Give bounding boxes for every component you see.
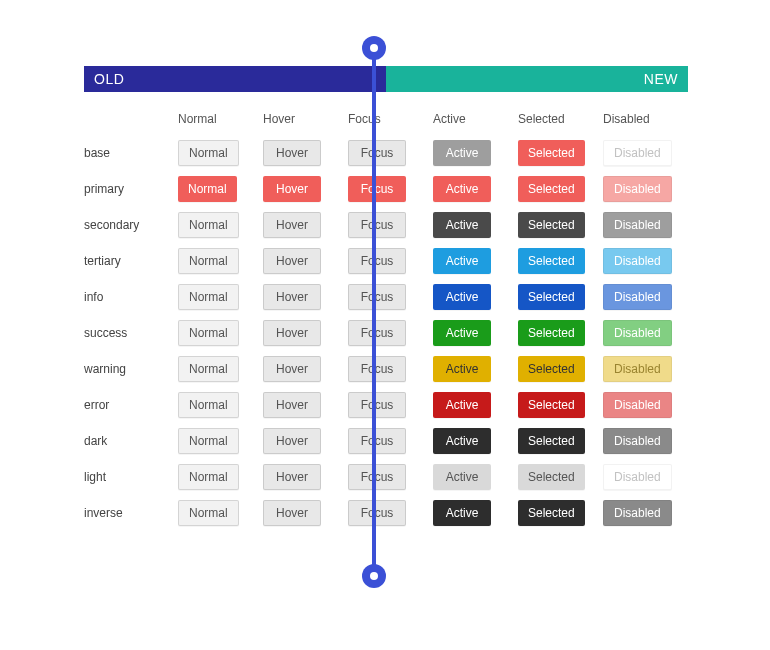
base-selected-button[interactable]: Selected: [518, 140, 585, 166]
row-label-warning: warning: [84, 362, 178, 376]
comparison-slider-handle-top[interactable]: [362, 36, 386, 60]
warning-normal-button[interactable]: Normal: [178, 356, 239, 382]
tertiary-disabled-button[interactable]: Disabled: [603, 248, 672, 274]
column-header-hover: Hover: [263, 112, 348, 130]
tertiary-focus-button[interactable]: Focus: [348, 248, 406, 274]
base-disabled-button[interactable]: Disabled: [603, 140, 672, 166]
base-active-button[interactable]: Active: [433, 140, 491, 166]
secondary-selected-button[interactable]: Selected: [518, 212, 585, 238]
light-active-button[interactable]: Active: [433, 464, 491, 490]
tertiary-hover-button[interactable]: Hover: [263, 248, 321, 274]
comparison-slider-handle-bottom[interactable]: [362, 564, 386, 588]
secondary-disabled-button[interactable]: Disabled: [603, 212, 672, 238]
comparison-header: OLD NEW: [84, 66, 688, 92]
row-label-inverse: inverse: [84, 506, 178, 520]
secondary-normal-button[interactable]: Normal: [178, 212, 239, 238]
row-label-info: info: [84, 290, 178, 304]
warning-disabled-button[interactable]: Disabled: [603, 356, 672, 382]
error-active-button[interactable]: Active: [433, 392, 491, 418]
button-state-grid: NormalHoverFocusActiveSelectedDisabledba…: [84, 92, 688, 526]
primary-disabled-button[interactable]: Disabled: [603, 176, 672, 202]
primary-focus-button[interactable]: Focus: [348, 176, 406, 202]
light-focus-button[interactable]: Focus: [348, 464, 406, 490]
primary-hover-button[interactable]: Hover: [263, 176, 321, 202]
base-normal-button[interactable]: Normal: [178, 140, 239, 166]
dark-normal-button[interactable]: Normal: [178, 428, 239, 454]
dark-focus-button[interactable]: Focus: [348, 428, 406, 454]
inverse-normal-button[interactable]: Normal: [178, 500, 239, 526]
row-label-error: error: [84, 398, 178, 412]
secondary-active-button[interactable]: Active: [433, 212, 491, 238]
column-header-disabled: Disabled: [603, 112, 688, 130]
secondary-focus-button[interactable]: Focus: [348, 212, 406, 238]
warning-active-button[interactable]: Active: [433, 356, 491, 382]
inverse-hover-button[interactable]: Hover: [263, 500, 321, 526]
header-old-label: OLD: [84, 66, 386, 92]
row-label-secondary: secondary: [84, 218, 178, 232]
column-header-normal: Normal: [178, 112, 263, 130]
tertiary-active-button[interactable]: Active: [433, 248, 491, 274]
info-active-button[interactable]: Active: [433, 284, 491, 310]
warning-selected-button[interactable]: Selected: [518, 356, 585, 382]
success-focus-button[interactable]: Focus: [348, 320, 406, 346]
error-normal-button[interactable]: Normal: [178, 392, 239, 418]
error-hover-button[interactable]: Hover: [263, 392, 321, 418]
light-hover-button[interactable]: Hover: [263, 464, 321, 490]
info-hover-button[interactable]: Hover: [263, 284, 321, 310]
error-focus-button[interactable]: Focus: [348, 392, 406, 418]
warning-focus-button[interactable]: Focus: [348, 356, 406, 382]
column-header-selected: Selected: [518, 112, 603, 130]
dark-hover-button[interactable]: Hover: [263, 428, 321, 454]
row-label-light: light: [84, 470, 178, 484]
inverse-disabled-button[interactable]: Disabled: [603, 500, 672, 526]
light-normal-button[interactable]: Normal: [178, 464, 239, 490]
light-disabled-button[interactable]: Disabled: [603, 464, 672, 490]
info-disabled-button[interactable]: Disabled: [603, 284, 672, 310]
success-disabled-button[interactable]: Disabled: [603, 320, 672, 346]
tertiary-normal-button[interactable]: Normal: [178, 248, 239, 274]
success-active-button[interactable]: Active: [433, 320, 491, 346]
inverse-active-button[interactable]: Active: [433, 500, 491, 526]
row-label-success: success: [84, 326, 178, 340]
success-normal-button[interactable]: Normal: [178, 320, 239, 346]
base-hover-button[interactable]: Hover: [263, 140, 321, 166]
info-normal-button[interactable]: Normal: [178, 284, 239, 310]
info-selected-button[interactable]: Selected: [518, 284, 585, 310]
row-label-tertiary: tertiary: [84, 254, 178, 268]
success-hover-button[interactable]: Hover: [263, 320, 321, 346]
error-disabled-button[interactable]: Disabled: [603, 392, 672, 418]
inverse-focus-button[interactable]: Focus: [348, 500, 406, 526]
light-selected-button[interactable]: Selected: [518, 464, 585, 490]
column-header-focus: Focus: [348, 112, 433, 130]
primary-selected-button[interactable]: Selected: [518, 176, 585, 202]
inverse-selected-button[interactable]: Selected: [518, 500, 585, 526]
header-new-label: NEW: [386, 66, 688, 92]
dark-active-button[interactable]: Active: [433, 428, 491, 454]
dark-selected-button[interactable]: Selected: [518, 428, 585, 454]
tertiary-selected-button[interactable]: Selected: [518, 248, 585, 274]
primary-active-button[interactable]: Active: [433, 176, 491, 202]
success-selected-button[interactable]: Selected: [518, 320, 585, 346]
base-focus-button[interactable]: Focus: [348, 140, 406, 166]
comparison-slider-track[interactable]: [372, 42, 376, 580]
secondary-hover-button[interactable]: Hover: [263, 212, 321, 238]
column-header-active: Active: [433, 112, 518, 130]
info-focus-button[interactable]: Focus: [348, 284, 406, 310]
error-selected-button[interactable]: Selected: [518, 392, 585, 418]
primary-normal-button[interactable]: Normal: [178, 176, 237, 202]
row-label-base: base: [84, 146, 178, 160]
row-label-dark: dark: [84, 434, 178, 448]
dark-disabled-button[interactable]: Disabled: [603, 428, 672, 454]
warning-hover-button[interactable]: Hover: [263, 356, 321, 382]
row-label-primary: primary: [84, 182, 178, 196]
